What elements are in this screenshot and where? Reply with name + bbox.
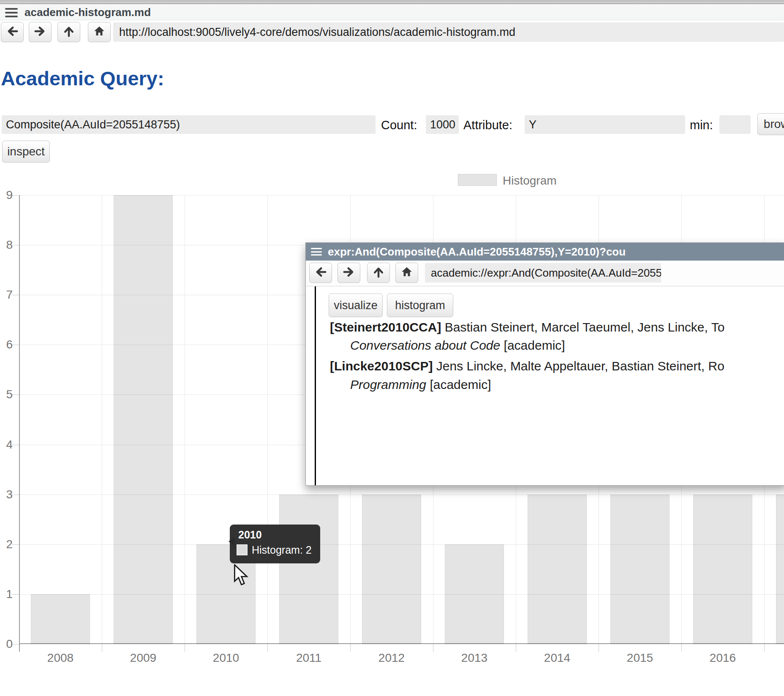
x-axis-label: 2013 [433, 651, 516, 665]
tooltip-series-swatch [237, 544, 248, 555]
citation-key[interactable]: [Steinert2010CCA] [330, 320, 441, 334]
citation-authors-line: [Lincke2010SCP] Jens Lincke, Malte Appel… [330, 359, 724, 373]
x-axis-tick [350, 644, 351, 652]
citation-title-italic: Conversations about Code [350, 338, 500, 352]
count-label: Count: [381, 118, 417, 132]
menu-icon[interactable] [5, 8, 18, 17]
x-axis-label: 2014 [516, 651, 599, 665]
window-up-button[interactable] [367, 263, 390, 283]
window-edge-strip [0, 0, 784, 4]
y-axis-tick [12, 644, 19, 644]
up-arrow-icon [63, 25, 75, 39]
x-axis-label: 2016 [681, 651, 764, 665]
x-axis-tick [681, 644, 682, 652]
x-axis-label: 2012 [350, 651, 433, 665]
x-axis-label: 2008 [19, 651, 102, 665]
x-axis-tick [433, 644, 433, 652]
y-axis-tick [12, 195, 19, 196]
citation-title-italic: Programming [350, 378, 426, 392]
window-url-input[interactable]: academic://expr:And(Composite(AA.AuId=20… [425, 263, 661, 283]
back-arrow-icon [6, 25, 19, 39]
histogram-bar[interactable] [528, 495, 587, 644]
up-arrow-icon [372, 266, 385, 280]
back-button[interactable] [1, 22, 24, 42]
y-axis-label: 8 [0, 238, 13, 252]
histogram-bar[interactable] [610, 495, 670, 644]
y-axis-tick [12, 445, 19, 445]
histogram-bar[interactable] [279, 495, 338, 644]
expr-window-navbar: academic://expr:And(Composite(AA.AuId=20… [306, 261, 784, 286]
window-menu-icon[interactable] [311, 248, 322, 256]
citation-title-line: Conversations about Code [academic] [350, 338, 565, 353]
x-axis-label: 2010 [185, 651, 267, 665]
tab-title: academic-histogram.md [24, 6, 151, 19]
citation-authors-line: [Steinert2010CCA] Bastian Steinert, Marc… [330, 320, 724, 334]
x-axis-tick [599, 644, 599, 652]
x-axis-tick [516, 644, 516, 652]
window-back-button[interactable] [309, 263, 332, 283]
y-axis-label: 7 [0, 288, 13, 302]
x-axis-tick [185, 644, 185, 652]
expr-window-title: expr:And(Composite(AA.AuId=2055148755),Y… [328, 245, 626, 258]
y-axis-tick [12, 495, 19, 495]
gridline-vertical [267, 195, 268, 644]
y-axis-label: 6 [0, 338, 13, 351]
forward-arrow-icon [343, 266, 355, 280]
legend-label[interactable]: Histogram [503, 174, 557, 188]
url-input[interactable]: http://localhost:9005/lively4-core/demos… [113, 22, 784, 42]
y-axis-label: 9 [0, 188, 13, 202]
y-axis-tick [12, 345, 19, 345]
y-axis-line [19, 195, 20, 652]
browse-button[interactable]: browse [757, 113, 784, 135]
y-axis-tick [12, 594, 19, 595]
min-input[interactable] [719, 115, 751, 134]
y-axis-tick [12, 544, 19, 545]
y-axis-tick [12, 394, 19, 395]
window-home-button[interactable] [395, 263, 418, 283]
tooltip-value-label: Histogram: 2 [252, 544, 312, 556]
x-axis-tick [764, 644, 765, 652]
legend-swatch[interactable] [458, 174, 497, 186]
home-button[interactable] [88, 22, 111, 42]
histogram-bar[interactable] [693, 495, 752, 644]
x-axis-tick [267, 644, 268, 652]
mouse-cursor [233, 564, 249, 586]
window-forward-button[interactable] [338, 263, 360, 283]
histogram-bar[interactable] [31, 594, 90, 644]
y-axis-tick [12, 245, 19, 245]
back-arrow-icon [314, 266, 327, 280]
up-button[interactable] [57, 22, 80, 42]
expr-window[interactable]: expr:And(Composite(AA.AuId=2055148755),Y… [305, 242, 784, 486]
home-icon [93, 25, 106, 39]
count-input[interactable]: 1000 [426, 115, 459, 134]
y-axis-label: 0 [0, 637, 13, 651]
gridline-vertical [185, 195, 185, 644]
chart-tooltip: 2010 Histogram: 2 [230, 525, 320, 563]
histogram-bar[interactable] [362, 495, 421, 644]
inspect-button[interactable]: inspect [2, 141, 50, 163]
y-axis-label: 4 [0, 438, 13, 451]
x-axis-tick [102, 644, 102, 652]
content-divider [315, 286, 316, 485]
min-label: min: [690, 118, 713, 132]
y-axis-label: 2 [0, 538, 13, 551]
lively4-browser: academic-histogram.md http://localhost:9… [0, 0, 784, 696]
y-axis-label: 3 [0, 488, 13, 501]
visualize-button[interactable]: visualize [329, 294, 383, 317]
histogram-button[interactable]: histogram [387, 294, 453, 317]
y-axis-label: 5 [0, 388, 13, 401]
home-icon [400, 266, 413, 280]
query-expression-input[interactable]: Composite(AA.AuId=2055148755) [2, 115, 376, 134]
citation-key[interactable]: [Lincke2010SCP] [330, 359, 433, 373]
navigation-bar: http://localhost:9005/lively4-core/demos… [0, 20, 784, 42]
expr-window-titlebar[interactable]: expr:And(Composite(AA.AuId=2055148755),Y… [306, 243, 784, 261]
forward-button[interactable] [29, 22, 52, 42]
histogram-bar-partial[interactable] [776, 495, 784, 644]
x-axis-label: 2015 [599, 651, 681, 665]
attribute-input[interactable]: Y [525, 115, 685, 134]
tooltip-year: 2010 [238, 529, 262, 541]
histogram-bar[interactable] [114, 195, 173, 644]
expr-window-content: visualize histogram [Steinert2010CCA] Ba… [306, 286, 784, 485]
histogram-bar[interactable] [445, 544, 504, 644]
gridline-vertical [102, 195, 102, 644]
